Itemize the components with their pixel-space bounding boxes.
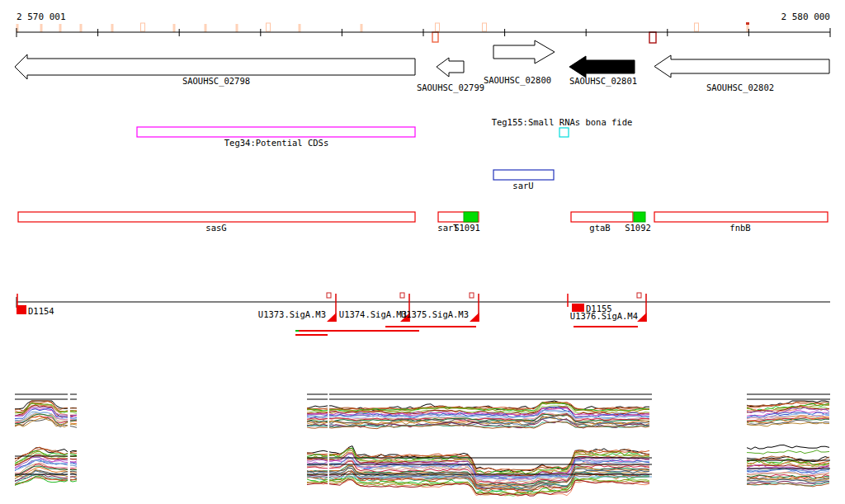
ruler-hollow-tick xyxy=(141,23,145,31)
expression-block xyxy=(747,394,830,487)
ruler-hollow-tick xyxy=(436,23,440,31)
expression-envelope-curve xyxy=(747,450,829,455)
tss-marker-d1154[interactable] xyxy=(17,305,26,314)
feature-label-sarU: sarU xyxy=(512,181,533,191)
tss-flag-u1373[interactable] xyxy=(327,313,337,322)
expression-block xyxy=(307,386,652,502)
tss-track: D1154D1155U1373.SigA.M3U1374.SigA.M3U137… xyxy=(17,293,830,335)
gene-arrow-saouhsc_02799[interactable] xyxy=(437,58,464,77)
ruler-feature-tick xyxy=(173,24,176,32)
ruler-feature-tick xyxy=(236,24,238,32)
ruler-hollow-tick xyxy=(483,23,487,31)
sequence-ruler: 2 570 0012 580 000 xyxy=(17,12,831,43)
tss-label-d1154: D1154 xyxy=(28,306,54,316)
gene-label: SAOUHSC_02798 xyxy=(182,76,250,87)
ruler-feature-tick xyxy=(80,24,83,32)
feature-box-teg155[interactable] xyxy=(559,128,569,137)
feature-label-teg34: Teg34:Potential CDSs xyxy=(224,138,328,148)
tss-notch-u1374 xyxy=(400,293,404,298)
plot-gap xyxy=(68,386,70,502)
ruler-feature-tick xyxy=(205,24,207,32)
gene-label: SAOUHSC_02802 xyxy=(706,82,774,93)
tss-label-u1376: U1376.SigA.M4 xyxy=(570,311,638,321)
ruler-feature-tick xyxy=(299,24,301,32)
gene-arrow-saouhsc_02800[interactable] xyxy=(493,40,555,64)
tss-label-u1374: U1374.SigA.M3 xyxy=(339,309,407,319)
feature-label-fnbB: fnbB xyxy=(729,223,750,233)
feature-box-sarU[interactable] xyxy=(493,170,554,180)
gene-track: SAOUHSC_02798SAOUHSC_02799SAOUHSC_02800S… xyxy=(15,40,829,93)
feature-box-teg34[interactable] xyxy=(137,127,415,137)
gene-label: SAOUHSC_02799 xyxy=(417,82,484,93)
gene-label: SAOUHSC_02800 xyxy=(484,75,551,86)
plot-gap xyxy=(328,386,329,502)
ruler-feature-tick xyxy=(111,24,114,32)
feature-box-gtaB[interactable] xyxy=(571,212,633,222)
tss-notch-u1373 xyxy=(327,293,331,298)
ruler-below-tick xyxy=(649,32,656,43)
feature-label-gtaB: gtaB xyxy=(589,223,610,233)
annotation-tracks: Teg34:Potential CDSsTeg155:Small RNAs bo… xyxy=(18,117,828,233)
ruler-feature-tick xyxy=(361,24,363,32)
ruler-hollow-tick xyxy=(695,23,699,31)
tss-label-u1375: U1375.SigA.M3 xyxy=(401,309,469,319)
gene-arrow-saouhsc_02802[interactable] xyxy=(654,55,829,78)
ruler-feature-tick xyxy=(40,24,43,32)
gene-arrow-saouhsc_02801[interactable] xyxy=(569,56,635,78)
tss-notch-u1376 xyxy=(637,293,641,298)
srna-label-s1091: S1091 xyxy=(454,223,480,233)
ruler-tick-cap xyxy=(746,22,749,25)
ruler-feature-tick xyxy=(59,24,62,32)
feature-label-sasG: sasG xyxy=(205,223,226,233)
ruler-end-coordinate: 2 580 000 xyxy=(781,12,830,22)
srna-box-s1092[interactable] xyxy=(634,212,645,222)
feature-box-fnbB[interactable] xyxy=(654,212,828,222)
gene-label: SAOUHSC_02801 xyxy=(569,76,637,87)
tss-flag-u1375[interactable] xyxy=(470,313,479,322)
ruler-hollow-tick xyxy=(267,23,271,31)
ruler-start-coordinate: 2 570 001 xyxy=(17,12,66,22)
expression-envelope-curve xyxy=(747,445,829,450)
expression-block xyxy=(15,386,77,502)
genome-browser-window: 2 570 0012 580 000SAOUHSC_02798SAOUHSC_0… xyxy=(0,0,845,504)
tss-notch-u1375 xyxy=(470,293,474,298)
srna-label-s1092: S1092 xyxy=(625,223,651,233)
tss-flag-u1376[interactable] xyxy=(637,313,647,322)
feature-label-teg155: Teg155:Small RNAs bona fide xyxy=(492,117,633,127)
ruler-below-tick xyxy=(432,32,438,42)
feature-box-sasG[interactable] xyxy=(18,212,415,222)
genome-view-canvas[interactable]: 2 570 0012 580 000SAOUHSC_02798SAOUHSC_0… xyxy=(0,0,845,504)
srna-box-s1091[interactable] xyxy=(464,212,478,222)
tss-label-u1373: U1373.SigA.M3 xyxy=(258,309,326,319)
